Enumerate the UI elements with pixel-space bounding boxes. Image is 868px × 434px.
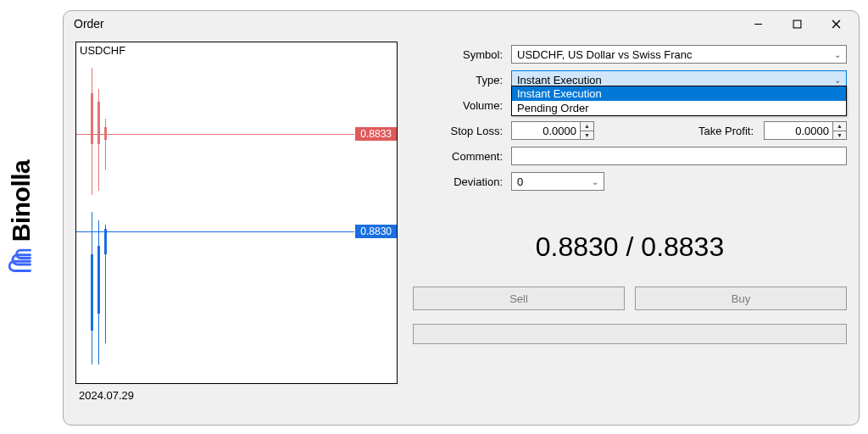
spinner-arrows[interactable]: ▲▼ [580, 122, 593, 139]
chevron-down-icon: ⌄ [834, 75, 841, 85]
chevron-down-icon: ⌄ [592, 177, 598, 186]
takeprofit-field[interactable] [765, 122, 832, 139]
takeprofit-input[interactable]: ▲▼ [764, 121, 847, 140]
minimize-button[interactable] [738, 11, 777, 36]
binolla-logo-icon [8, 248, 36, 274]
svg-rect-1 [793, 20, 801, 28]
price-display: 0.8830 / 0.8833 [413, 231, 847, 263]
symbol-label: Symbol: [413, 48, 506, 61]
maximize-button[interactable] [777, 11, 816, 36]
stoploss-label: Stop Loss: [413, 125, 506, 137]
titlebar: Order [64, 11, 859, 36]
bid-line [76, 231, 354, 232]
chevron-down-icon: ⌄ [834, 50, 841, 59]
sell-button[interactable]: Sell [413, 287, 625, 310]
chart-symbol-label: USDCHF [80, 44, 125, 57]
type-option-pending[interactable]: Pending Order [512, 101, 846, 115]
stoploss-field[interactable] [512, 122, 580, 139]
deviation-value: 0 [517, 175, 523, 188]
brand-sidebar: Binolla [0, 0, 51, 434]
type-label: Type: [413, 74, 506, 86]
volume-label: Volume: [413, 99, 506, 112]
order-form: Symbol: USDCHF, US Dollar vs Swiss Franc… [413, 42, 847, 413]
brand-name: Binolla [7, 160, 36, 242]
close-button[interactable] [816, 11, 855, 36]
deviation-label: Deviation: [413, 175, 506, 188]
comment-label: Comment: [413, 150, 506, 163]
chart-panel: USDCHF 0.8833 0.8830 2024 [75, 42, 398, 413]
window-title: Order [74, 17, 738, 31]
type-option-instant[interactable]: Instant Execution [512, 86, 846, 101]
symbol-select[interactable]: USDCHF, US Dollar vs Swiss Franc ⌄ [511, 45, 847, 64]
chart-date-label: 2024.07.29 [75, 384, 398, 402]
symbol-value: USDCHF, US Dollar vs Swiss Franc [517, 48, 693, 61]
deviation-select[interactable]: 0 ⌄ [511, 172, 604, 191]
takeprofit-label: Take Profit: [698, 125, 759, 137]
buy-button[interactable]: Buy [635, 287, 847, 310]
type-dropdown[interactable]: Instant Execution Pending Order [511, 86, 847, 116]
spinner-arrows[interactable]: ▲▼ [832, 122, 846, 139]
status-bar [413, 324, 847, 344]
ask-price-tag: 0.8833 [355, 127, 397, 141]
order-window: Order USDCHF 0.8833 0.8830 [63, 10, 860, 426]
type-value: Instant Execution [517, 74, 602, 86]
bid-price-tag: 0.8830 [355, 225, 397, 238]
stoploss-input[interactable]: ▲▼ [511, 121, 594, 140]
tick-chart: USDCHF 0.8833 0.8830 [75, 42, 398, 384]
ask-line [76, 134, 354, 135]
comment-input[interactable] [511, 147, 847, 165]
